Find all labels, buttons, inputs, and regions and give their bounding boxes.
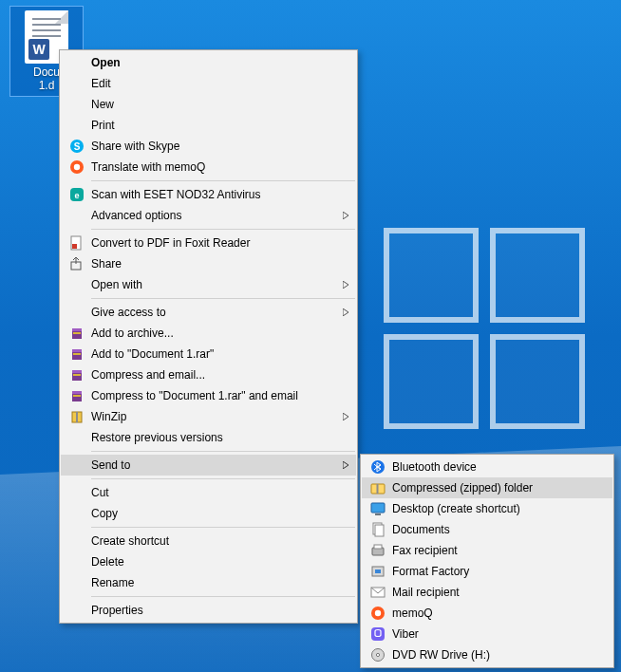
menu-restore-versions[interactable]: Restore previous versions bbox=[61, 427, 356, 448]
share-icon bbox=[66, 255, 87, 272]
documents-icon bbox=[367, 521, 388, 538]
svg-rect-20 bbox=[73, 395, 81, 397]
svg-rect-17 bbox=[73, 374, 81, 376]
svg-rect-13 bbox=[72, 349, 82, 352]
send-to-submenu: Bluetooth device Compressed (zipped) fol… bbox=[360, 454, 614, 668]
menu-delete[interactable]: Delete bbox=[61, 551, 356, 572]
memoq-icon bbox=[66, 159, 87, 176]
winzip-icon bbox=[66, 408, 87, 425]
menu-open[interactable]: Open bbox=[61, 52, 356, 73]
submenu-fax[interactable]: Fax recipient bbox=[362, 540, 612, 561]
eset-icon: e bbox=[66, 186, 87, 203]
menu-give-access[interactable]: Give access to bbox=[61, 302, 356, 323]
svg-rect-31 bbox=[374, 545, 382, 549]
svg-text:e: e bbox=[74, 191, 79, 200]
menu-skype-share[interactable]: S Share with Skype bbox=[61, 136, 356, 157]
svg-rect-26 bbox=[371, 503, 385, 513]
submenu-documents[interactable]: Documents bbox=[362, 519, 612, 540]
context-menu: Open Edit New Print S Share with Skype T… bbox=[59, 49, 358, 624]
submenu-format-factory[interactable]: Format Factory bbox=[362, 561, 612, 582]
menu-add-archive[interactable]: Add to archive... bbox=[61, 323, 356, 344]
winrar-icon bbox=[66, 366, 87, 383]
winrar-icon bbox=[66, 325, 87, 342]
svg-point-36 bbox=[375, 610, 381, 616]
svg-rect-16 bbox=[72, 370, 82, 373]
menu-create-shortcut[interactable]: Create shortcut bbox=[61, 531, 356, 551]
submenu-viber[interactable]: Viber bbox=[362, 624, 612, 644]
menu-add-doc-rar[interactable]: Add to "Document 1.rar" bbox=[61, 344, 356, 364]
chevron-right-icon bbox=[343, 308, 348, 316]
submenu-memoq[interactable]: memoQ bbox=[362, 603, 612, 624]
disc-drive-icon bbox=[367, 646, 388, 663]
menu-print[interactable]: Print bbox=[61, 115, 356, 136]
svg-rect-7 bbox=[72, 244, 77, 249]
svg-rect-25 bbox=[377, 484, 379, 494]
windows-logo bbox=[380, 228, 621, 456]
menu-separator bbox=[91, 451, 355, 452]
menu-separator bbox=[91, 298, 355, 299]
submenu-compressed-folder[interactable]: Compressed (zipped) folder bbox=[362, 477, 612, 498]
winrar-icon bbox=[66, 387, 87, 404]
svg-rect-29 bbox=[375, 525, 384, 536]
menu-separator bbox=[91, 527, 355, 528]
menu-properties[interactable]: Properties bbox=[61, 600, 356, 621]
svg-rect-11 bbox=[73, 332, 81, 334]
menu-open-with[interactable]: Open with bbox=[61, 274, 356, 295]
menu-eset-scan[interactable]: e Scan with ESET NOD32 Antivirus bbox=[61, 184, 356, 205]
zip-folder-icon bbox=[367, 479, 388, 496]
menu-advanced-options[interactable]: Advanced options bbox=[61, 205, 356, 226]
submenu-bluetooth[interactable]: Bluetooth device bbox=[362, 457, 612, 477]
memoq-icon bbox=[367, 605, 388, 622]
menu-foxit-convert[interactable]: Convert to PDF in Foxit Reader bbox=[61, 233, 356, 253]
menu-cut[interactable]: Cut bbox=[61, 482, 356, 503]
chevron-right-icon bbox=[343, 413, 348, 420]
svg-point-39 bbox=[376, 653, 379, 656]
submenu-desktop-shortcut[interactable]: Desktop (create shortcut) bbox=[362, 498, 612, 519]
svg-rect-22 bbox=[76, 412, 78, 422]
menu-separator bbox=[91, 596, 355, 597]
bluetooth-icon bbox=[367, 458, 388, 476]
svg-rect-10 bbox=[72, 328, 82, 331]
svg-rect-19 bbox=[72, 391, 82, 394]
menu-separator bbox=[91, 229, 355, 230]
menu-copy[interactable]: Copy bbox=[61, 503, 356, 524]
chevron-right-icon bbox=[343, 212, 348, 219]
chevron-right-icon bbox=[343, 461, 348, 469]
menu-rename[interactable]: Rename bbox=[61, 572, 356, 593]
mail-icon bbox=[367, 584, 388, 601]
menu-memoq-translate[interactable]: Translate with memoQ bbox=[61, 157, 356, 177]
menu-share[interactable]: Share bbox=[61, 253, 356, 274]
menu-compress-doc-rar-email[interactable]: Compress to "Document 1.rar" and email bbox=[61, 385, 356, 406]
svg-rect-14 bbox=[73, 353, 81, 355]
svg-text:S: S bbox=[74, 141, 81, 152]
svg-rect-33 bbox=[375, 569, 381, 573]
desktop-icon bbox=[367, 500, 388, 517]
skype-icon: S bbox=[66, 138, 87, 155]
fax-icon bbox=[367, 542, 388, 559]
submenu-mail[interactable]: Mail recipient bbox=[362, 582, 612, 603]
foxit-icon bbox=[66, 234, 87, 252]
menu-compress-email[interactable]: Compress and email... bbox=[61, 364, 356, 385]
menu-separator bbox=[91, 180, 355, 181]
menu-winzip[interactable]: WinZip bbox=[61, 406, 356, 427]
menu-edit[interactable]: Edit bbox=[61, 73, 356, 94]
chevron-right-icon bbox=[343, 281, 348, 289]
winrar-icon bbox=[66, 345, 87, 363]
menu-new[interactable]: New bbox=[61, 94, 356, 115]
menu-send-to[interactable]: Send to bbox=[61, 455, 356, 476]
svg-rect-27 bbox=[375, 513, 381, 515]
menu-separator bbox=[91, 478, 355, 479]
svg-point-3 bbox=[74, 164, 80, 170]
format-factory-icon bbox=[367, 563, 388, 580]
viber-icon bbox=[367, 625, 388, 643]
submenu-dvd-drive[interactable]: DVD RW Drive (H:) bbox=[362, 644, 612, 665]
